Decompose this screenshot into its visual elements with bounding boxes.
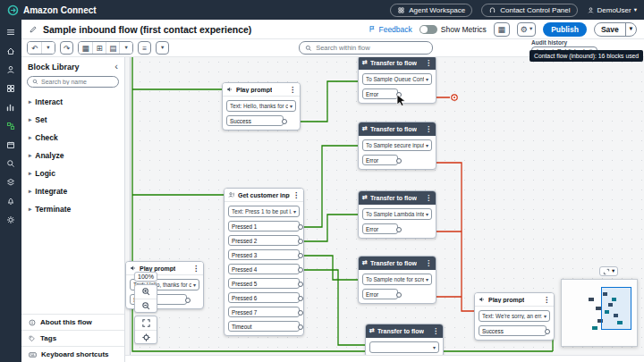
edit-pencil-icon[interactable] — [29, 25, 38, 34]
minimap-toggle-button[interactable]: ▾ — [599, 266, 618, 276]
library-section-set[interactable]: ▸Set — [21, 111, 124, 129]
output-error[interactable]: Error — [362, 289, 398, 299]
output-pressed-1[interactable]: Pressed 1 — [228, 221, 300, 232]
kebab-menu-icon[interactable]: ⋮ — [425, 194, 432, 202]
output-pressed-4[interactable]: Pressed 4 — [228, 264, 300, 274]
block-field-dropdown[interactable]: To Sample Queue Config...▾ — [362, 73, 432, 85]
library-search-input[interactable] — [41, 79, 114, 85]
block-transfer-note[interactable]: ⇄ Transfer to flow ⋮ To Sample note for … — [358, 256, 436, 304]
zoom-out-button[interactable] — [135, 299, 157, 312]
fit-to-screen-button[interactable] — [135, 316, 157, 330]
flow-canvas[interactable]: Play prompt ⋮ Text: Hello, thanks for c.… — [125, 57, 644, 362]
output-success[interactable]: Success — [479, 325, 547, 336]
block-transfer-queue[interactable]: ⇄ Transfer to flow ⋮ To Sample Queue Con… — [358, 57, 436, 104]
undo-button[interactable]: ↶ — [28, 42, 41, 54]
block-field-dropdown[interactable]: Text: Hello, thanks for c...▾ — [226, 100, 296, 112]
output-error[interactable]: Error — [362, 88, 398, 99]
block-header[interactable]: ⇄ Transfer to flow ⋮ — [359, 57, 436, 70]
kebab-menu-icon[interactable]: ⋮ — [292, 191, 300, 199]
block-transfer-bottom[interactable]: ⇄ Transfer to flow ⋮ ▾ — [365, 324, 444, 358]
horizontal-scrollbar[interactable] — [125, 355, 644, 362]
block-field-dropdown[interactable]: To Sample secure input ...▾ — [362, 139, 432, 151]
undo-history-caret[interactable]: ▾ — [41, 42, 55, 54]
show-metrics-toggle[interactable] — [419, 25, 437, 34]
redo-button[interactable]: ↷ — [60, 41, 73, 55]
copy-button[interactable]: ▦ — [79, 42, 92, 54]
center-view-button[interactable] — [135, 330, 157, 343]
zoom-in-button[interactable] — [135, 285, 157, 299]
kebab-menu-icon[interactable]: ⋮ — [432, 327, 439, 335]
block-header[interactable]: ⇄ Transfer to flow ⋮ — [366, 324, 443, 338]
output-pressed-6[interactable]: Pressed 6 — [228, 292, 300, 303]
notifications-icon[interactable] — [0, 191, 21, 210]
library-section-check[interactable]: ▸Check — [21, 129, 124, 147]
kebab-menu-icon[interactable]: ⋮ — [192, 265, 199, 273]
metrics-view-button[interactable]: ▦ — [494, 22, 510, 37]
flows-icon[interactable] — [0, 116, 21, 135]
block-header[interactable]: ⇄ Transfer to flow ⋮ — [359, 122, 436, 136]
settings-menu-button[interactable]: ⚙ ▾ — [517, 22, 536, 37]
block-header[interactable]: ⇄ Transfer to flow ⋮ — [359, 257, 436, 270]
save-button[interactable]: Save — [595, 23, 625, 36]
publish-button[interactable]: Publish — [543, 22, 587, 37]
arrange-caret[interactable]: ▾ — [119, 42, 132, 54]
block-field-dropdown[interactable]: To Sample note for scre...▾ — [362, 274, 432, 285]
block-header[interactable]: ⇄ Transfer to flow ⋮ — [359, 191, 436, 205]
output-error[interactable]: Error — [362, 155, 398, 165]
feedback-link[interactable]: Feedback — [369, 25, 411, 34]
block-header[interactable]: Play prompt ⋮ — [475, 293, 554, 307]
kebab-menu-icon[interactable]: ⋮ — [425, 259, 432, 267]
flow-search-input[interactable] — [316, 44, 427, 52]
block-play-prompt-error[interactable]: Play prompt ⋮ Text: We're sorry, an err.… — [474, 292, 555, 341]
minimap-viewport[interactable] — [601, 287, 631, 330]
library-section-logic[interactable]: ▸Logic — [21, 164, 124, 182]
kebab-menu-icon[interactable]: ⋮ — [425, 59, 432, 67]
users-icon[interactable] — [0, 60, 21, 79]
block-field-dropdown[interactable]: To Sample Lambda integ...▾ — [362, 208, 432, 220]
block-header[interactable]: Play prompt ⋮ — [223, 83, 300, 97]
queues-icon[interactable] — [0, 173, 21, 191]
kebab-menu-icon[interactable]: ⋮ — [289, 86, 296, 94]
align-button[interactable]: ▤ — [106, 42, 119, 54]
block-header[interactable]: Get customer input ⋮ — [225, 189, 303, 202]
about-this-flow-item[interactable]: About this flow — [21, 314, 124, 330]
settings-icon[interactable] — [0, 210, 21, 229]
kebab-menu-icon[interactable]: ⋮ — [425, 125, 432, 133]
contact-search-icon[interactable] — [0, 154, 21, 173]
output-success[interactable]: Success — [226, 115, 284, 126]
library-section-integrate[interactable]: ▸Integrate — [21, 182, 124, 200]
output-pressed-7[interactable]: Pressed 7 — [228, 307, 300, 317]
agent-workspace-button[interactable]: Agent Workspace — [390, 4, 472, 17]
block-play-prompt-1[interactable]: Play prompt ⋮ Text: Hello, thanks for c.… — [222, 82, 301, 130]
keyboard-shortcuts-item[interactable]: Keyboard shortcuts — [21, 346, 124, 362]
kebab-menu-icon[interactable]: ⋮ — [543, 296, 550, 304]
collapse-panel-icon[interactable]: ‹ — [114, 62, 118, 72]
output-error[interactable]: Error — [362, 223, 398, 234]
block-field-dropdown[interactable]: ▾ — [369, 341, 439, 353]
calendar-icon[interactable] — [0, 135, 21, 154]
contact-control-panel-button[interactable]: Contact Control Panel — [481, 4, 577, 17]
menu-icon[interactable] — [0, 22, 21, 41]
tags-item[interactable]: Tags — [21, 330, 124, 346]
block-field-dropdown[interactable]: Text: Press 1 to be put i...▾ — [228, 206, 300, 217]
library-section-analyze[interactable]: ▸Analyze — [21, 147, 124, 164]
block-transfer-secure-input[interactable]: ⇄ Transfer to flow ⋮ To Sample secure in… — [358, 122, 436, 170]
dashboard-icon[interactable] — [0, 79, 21, 97]
minimap[interactable] — [561, 279, 638, 347]
more-options-caret[interactable]: ▾ — [156, 41, 169, 55]
output-pressed-5[interactable]: Pressed 5 — [228, 278, 300, 289]
save-menu-caret[interactable]: ▾ — [625, 23, 636, 36]
home-icon[interactable] — [0, 41, 21, 60]
snap-grid-button[interactable]: ⊞ — [92, 42, 106, 54]
output-timeout[interactable]: Timeout — [228, 321, 300, 332]
library-section-interact[interactable]: ▸Interact — [21, 93, 124, 111]
output-pressed-3[interactable]: Pressed 3 — [228, 249, 300, 260]
user-menu[interactable]: DemoUser ▾ — [587, 6, 638, 14]
metrics-icon[interactable] — [0, 97, 21, 116]
block-get-customer-input[interactable]: Get customer input ⋮ Text: Press 1 to be… — [224, 188, 304, 336]
block-field-dropdown[interactable]: Text: We're sorry, an err...▾ — [479, 310, 550, 322]
library-section-terminate[interactable]: ▸Terminate — [21, 200, 124, 218]
block-transfer-lambda[interactable]: ⇄ Transfer to flow ⋮ To Sample Lambda in… — [358, 190, 436, 239]
list-view-button[interactable]: ≡ — [138, 41, 151, 55]
output-pressed-2[interactable]: Pressed 2 — [228, 235, 300, 246]
